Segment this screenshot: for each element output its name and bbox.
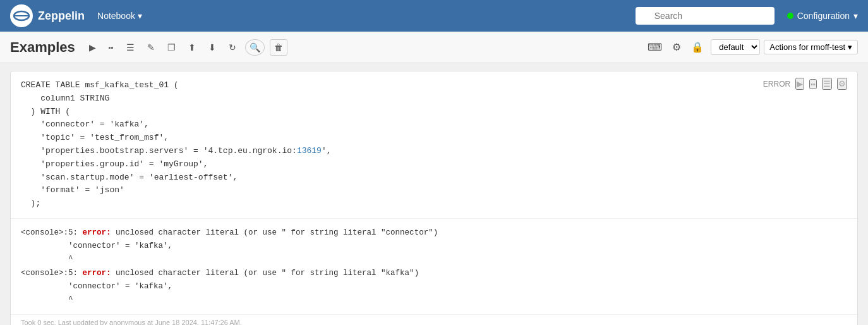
cell-status-bar: ERROR ▶ ▪▪ ☰ ⚙: [763, 78, 847, 90]
export-up-button[interactable]: ⬆: [184, 40, 200, 55]
toolbar-right: ⌨ ⚙ 🔒 default Actions for rmoff-test ▾: [644, 39, 858, 55]
output-line-1: <console>:5: error: unclosed character l…: [21, 228, 438, 304]
config-menu[interactable]: Configuration ▾: [787, 11, 858, 21]
ngrok-link[interactable]: 13619: [297, 146, 322, 156]
toolbar: Examples ▶ ▪▪ ☰ ✎ ❐ ⬆ ⬇ ↻ 🔍 🗑 ⌨ ⚙ 🔒 defa…: [0, 32, 868, 63]
delete-button[interactable]: 🗑: [270, 39, 287, 56]
brand-name: Zeppelin: [38, 9, 85, 23]
cell-footer: Took 0 sec. Last updated by anonymous at…: [11, 314, 857, 325]
cell-show-button[interactable]: ☰: [822, 78, 832, 90]
cell-code[interactable]: CREATE TABLE msf_kafka_test_01 ( column1…: [21, 79, 847, 211]
search-toolbar-button[interactable]: 🔍: [245, 39, 265, 56]
import-down-button[interactable]: ⬇: [205, 40, 220, 55]
cell-run-button[interactable]: ▶: [795, 78, 804, 90]
edit-button[interactable]: ✎: [143, 40, 159, 55]
notebook-label: Notebook: [97, 11, 135, 21]
zeppelin-logo-icon: [13, 8, 30, 24]
settings-button[interactable]: ⚙: [669, 39, 684, 55]
actions-button[interactable]: Actions for rmoff-test ▾: [764, 40, 858, 54]
cell-settings-button[interactable]: ⚙: [837, 78, 847, 90]
keyboard-button[interactable]: ⌨: [644, 39, 665, 55]
brand-link[interactable]: Zeppelin: [10, 4, 85, 27]
show-hide-code-button[interactable]: ☰: [123, 40, 138, 55]
cell-output: <console>:5: error: unclosed character l…: [11, 219, 857, 315]
notebook-cell: ERROR ▶ ▪▪ ☰ ⚙ CREATE TABLE msf_kafka_te…: [10, 71, 858, 325]
search-input[interactable]: [636, 7, 775, 25]
navbar: Zeppelin Notebook ▾ 🔍 Configuration ▾: [0, 0, 868, 32]
config-status-dot: [787, 13, 793, 19]
stop-all-button[interactable]: ▪▪: [105, 41, 118, 54]
cell-status-label: ERROR: [763, 80, 790, 89]
page-title: Examples: [10, 39, 75, 56]
interpreter-select[interactable]: default: [711, 39, 760, 55]
actions-label: Actions for rmoff-test: [769, 42, 845, 52]
actions-dropdown-arrow: ▾: [848, 42, 852, 52]
search-wrapper: 🔍: [636, 7, 775, 25]
lock-button[interactable]: 🔒: [688, 39, 707, 55]
main-content: ERROR ▶ ▪▪ ☰ ⚙ CREATE TABLE msf_kafka_te…: [0, 63, 868, 325]
refresh-button[interactable]: ↻: [225, 40, 240, 55]
clone-button[interactable]: ❐: [164, 40, 179, 55]
error-word-2: error:: [83, 269, 111, 278]
config-dropdown-arrow: ▾: [853, 11, 858, 21]
notebook-menu[interactable]: Notebook ▾: [97, 11, 142, 21]
cell-code-area: CREATE TABLE msf_kafka_test_01 ( column1…: [11, 71, 857, 219]
run-all-button[interactable]: ▶: [85, 40, 100, 55]
brand-logo: [10, 4, 33, 27]
config-label: Configuration: [797, 11, 850, 21]
cell-footer-text: Took 0 sec. Last updated by anonymous at…: [21, 319, 242, 325]
notebook-dropdown-arrow: ▾: [138, 11, 142, 21]
error-word-1: error:: [83, 228, 111, 237]
cell-stop-button[interactable]: ▪▪: [809, 79, 817, 89]
